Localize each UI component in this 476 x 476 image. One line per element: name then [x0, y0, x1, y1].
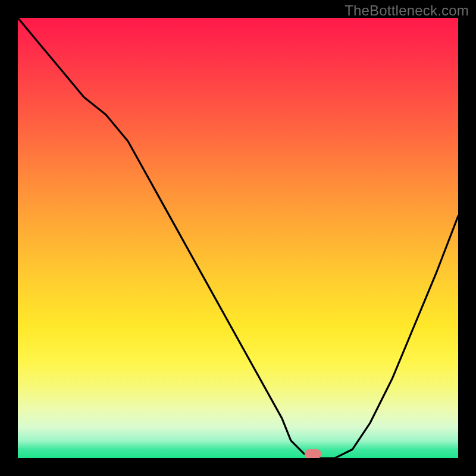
plot-area: [18, 18, 458, 458]
watermark-text: TheBottleneck.com: [345, 2, 469, 19]
chart-frame: TheBottleneck.com: [0, 0, 476, 476]
bottleneck-curve: [18, 18, 458, 458]
optimum-marker: [305, 449, 321, 458]
